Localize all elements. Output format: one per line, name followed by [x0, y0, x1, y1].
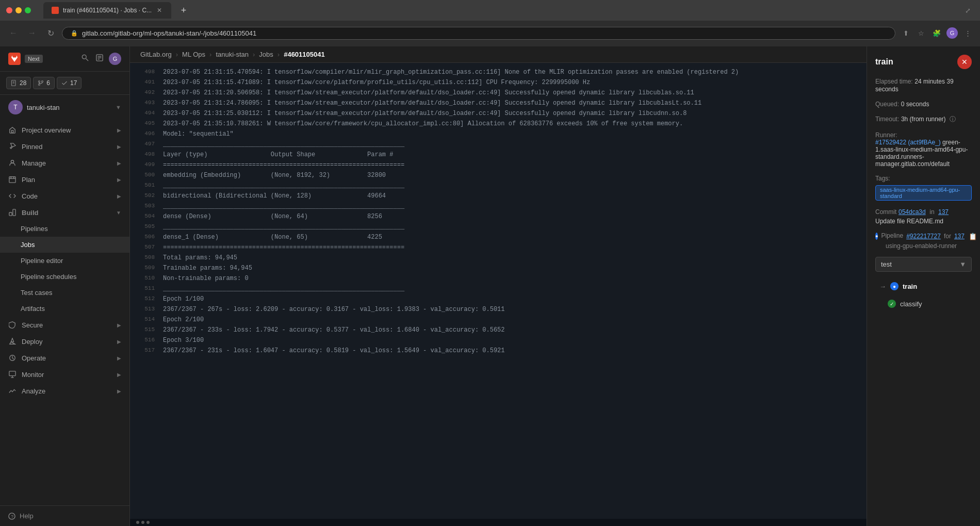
share-icon[interactable]: ⬆	[900, 27, 912, 39]
job-name-train: train	[903, 283, 917, 290]
job-item-classify[interactable]: ✓ classify	[875, 297, 972, 311]
sidebar-search-icon[interactable]	[80, 53, 90, 63]
log-line: 5132367/2367 - 267s - loss: 2.6209 - acc…	[130, 304, 867, 315]
log-line: 4922023-07-05 21:31:20.506958: I tensorf…	[130, 88, 867, 98]
sidebar-item-analyze[interactable]: Analyze ▶	[0, 383, 129, 399]
line-content: ========================================…	[163, 243, 860, 252]
line-number: 513	[136, 305, 155, 314]
job-item-arrow-train: →	[879, 283, 886, 290]
window-controls	[6, 7, 31, 13]
new-tab-button[interactable]: +	[177, 4, 190, 17]
timeout-help-icon[interactable]: ⓘ	[950, 116, 956, 123]
sidebar-item-pipeline-editor[interactable]: Pipeline editor	[0, 253, 129, 269]
log-container[interactable]: 4982023-07-05 21:31:15.470594: I tensorf…	[130, 63, 867, 519]
plan-arrow: ▶	[117, 177, 121, 183]
breadcrumb-mlops[interactable]: ML Ops	[182, 51, 205, 58]
tag-chip[interactable]: saas-linux-medium-amd64-gpu-standard	[875, 185, 972, 201]
log-line: 5152367/2367 - 233s - loss: 1.7942 - acc…	[130, 325, 867, 335]
svg-point-13	[11, 160, 13, 163]
merges-stat[interactable]: 6	[33, 77, 55, 89]
extensions-icon[interactable]: 🧩	[930, 27, 943, 39]
pinned-arrow: ▶	[117, 144, 121, 150]
sidebar-item-operate[interactable]: Operate ▶	[0, 350, 129, 366]
sidebar-item-plan[interactable]: Plan ▶	[0, 171, 129, 188]
commit-message: Update file README.md	[875, 218, 972, 225]
secure-label: Secure	[22, 321, 112, 329]
user-section[interactable]: T tanuki-stan ▼	[0, 95, 129, 120]
line-number: 504	[136, 212, 155, 221]
sidebar-item-artifacts[interactable]: Artifacts	[0, 301, 129, 317]
forward-button[interactable]: →	[25, 26, 39, 40]
sidebar-item-test-cases[interactable]: Test cases	[0, 285, 129, 301]
log-line: 512Epoch 1/100	[130, 294, 867, 304]
runner-link[interactable]: #17529422 (act9fBAe_)	[875, 139, 941, 146]
window-fullscreen-button[interactable]: ⤢	[961, 4, 974, 17]
panel-title: train	[875, 57, 893, 67]
sidebar-item-pinned[interactable]: Pinned ▶	[0, 138, 129, 155]
breadcrumb-gitlab[interactable]: GitLab.org	[140, 51, 172, 58]
sidebar-item-jobs[interactable]: Jobs	[0, 237, 129, 253]
manage-label: Manage	[22, 159, 112, 167]
pipeline-branch-link[interactable]: 137	[954, 233, 965, 240]
sidebar-item-deploy[interactable]: Deploy ▶	[0, 333, 129, 350]
sidebar-compose-icon[interactable]	[94, 53, 105, 63]
commit-branch-link[interactable]: 137	[938, 208, 949, 216]
sidebar-item-manage[interactable]: Manage ▶	[0, 155, 129, 171]
breadcrumb-tanuki[interactable]: tanuki-stan	[216, 51, 249, 58]
commit-hash-link[interactable]: 054dca3d	[899, 208, 926, 216]
close-window-button[interactable]	[6, 7, 12, 13]
log-line: 507=====================================…	[130, 242, 867, 253]
log-scroll-indicator	[130, 519, 867, 526]
back-button[interactable]: ←	[6, 26, 21, 40]
minimize-window-button[interactable]	[15, 7, 22, 13]
job-name-classify: classify	[900, 300, 922, 308]
user-avatar[interactable]: G	[109, 53, 121, 65]
log-line: 503_____________________________________…	[130, 201, 867, 211]
address-bar[interactable]: 🔒 gitlab.com/gitlab-org/ml-ops/tanuki-st…	[62, 27, 895, 40]
files-stat[interactable]: 28	[6, 77, 31, 89]
line-content: 2023-07-05 21:31:25.030112: I tensorflow…	[163, 109, 860, 118]
checks-stat[interactable]: 17	[57, 77, 81, 89]
commit-section: Commit 054dca3d in 137 Update file READM…	[875, 208, 972, 225]
pipeline-number-link[interactable]: #922217727	[906, 233, 941, 240]
tab-close-button[interactable]: ✕	[156, 7, 163, 14]
sidebar-item-build[interactable]: Build ▼	[0, 204, 129, 221]
queued-label: Queued:	[875, 101, 899, 108]
sidebar-item-pipelines[interactable]: Pipelines	[0, 221, 129, 237]
help-item[interactable]: ? Help	[8, 512, 121, 520]
analyze-arrow: ▶	[117, 388, 121, 394]
line-number: 503	[136, 202, 155, 210]
elapsed-label: Elapsed time:	[875, 78, 913, 85]
bookmark-icon[interactable]: ☆	[915, 27, 927, 39]
breadcrumb-jobs[interactable]: Jobs	[259, 51, 273, 58]
line-number: 507	[136, 243, 155, 252]
line-number: 495	[136, 119, 155, 128]
line-content: 2023-07-05 21:35:10.788261: W tensorflow…	[163, 119, 860, 128]
checks-count: 17	[70, 79, 77, 87]
maximize-window-button[interactable]	[25, 7, 31, 13]
log-line: 4932023-07-05 21:31:24.786095: I tensorf…	[130, 98, 867, 108]
tags-label: Tags:	[875, 175, 972, 182]
profile-icon[interactable]: G	[946, 27, 958, 39]
sidebar-item-project-overview[interactable]: Project overview ▶	[0, 122, 129, 138]
line-content: Total params: 94,945	[163, 253, 860, 262]
line-content: ________________________________________…	[163, 222, 860, 232]
pipeline-copy-icon[interactable]: 📋	[969, 233, 977, 240]
line-content: Model: "sequential"	[163, 129, 860, 139]
job-select-dropdown[interactable]: test ▼	[875, 257, 972, 272]
sidebar-item-monitor[interactable]: Monitor ▶	[0, 366, 129, 383]
browser-tab[interactable]: train (#4601105041) · Jobs · C... ✕	[43, 2, 171, 19]
reload-button[interactable]: ↻	[43, 26, 58, 40]
home-icon	[8, 126, 17, 134]
job-item-train[interactable]: → ● train	[875, 279, 972, 293]
merges-count: 6	[46, 79, 50, 87]
sidebar-item-secure[interactable]: Secure ▶	[0, 317, 129, 333]
log-line: 501_____________________________________…	[130, 180, 867, 191]
elapsed-section: Elapsed time: 24 minutes 39 seconds	[875, 77, 972, 93]
log-line: 516Epoch 3/100	[130, 335, 867, 346]
log-line: 510Non-trainable params: 0	[130, 273, 867, 284]
job-status-running-icon: ●	[890, 282, 899, 290]
menu-icon[interactable]: ⋮	[961, 27, 974, 39]
sidebar-item-pipeline-schedules[interactable]: Pipeline schedules	[0, 269, 129, 285]
sidebar-item-code[interactable]: Code ▶	[0, 188, 129, 204]
